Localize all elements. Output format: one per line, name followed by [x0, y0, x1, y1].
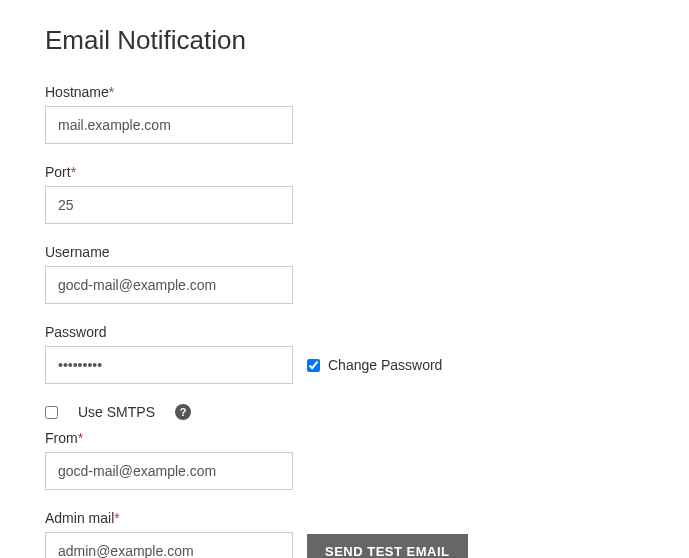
username-label: Username [45, 244, 644, 260]
required-marker: * [109, 84, 114, 100]
admin-mail-input[interactable] [45, 532, 293, 558]
password-input[interactable] [45, 346, 293, 384]
use-smtps-label: Use SMTPS [78, 404, 155, 420]
password-label: Password [45, 324, 293, 340]
username-input[interactable] [45, 266, 293, 304]
from-label: From* [45, 430, 644, 446]
port-label: Port* [45, 164, 644, 180]
admin-mail-label: Admin mail* [45, 510, 293, 526]
help-icon[interactable]: ? [175, 404, 191, 420]
send-test-email-button[interactable]: SEND TEST EMAIL [307, 534, 468, 559]
from-input[interactable] [45, 452, 293, 490]
hostname-label: Hostname* [45, 84, 644, 100]
required-marker: * [114, 510, 119, 526]
port-input[interactable] [45, 186, 293, 224]
required-marker: * [71, 164, 76, 180]
change-password-label: Change Password [328, 357, 442, 373]
change-password-wrapper[interactable]: Change Password [307, 357, 442, 373]
use-smtps-checkbox[interactable] [45, 406, 58, 419]
use-smtps-wrapper[interactable]: Use SMTPS [45, 404, 155, 420]
page-title: Email Notification [45, 25, 644, 56]
hostname-input[interactable] [45, 106, 293, 144]
required-marker: * [78, 430, 83, 446]
change-password-checkbox[interactable] [307, 359, 320, 372]
